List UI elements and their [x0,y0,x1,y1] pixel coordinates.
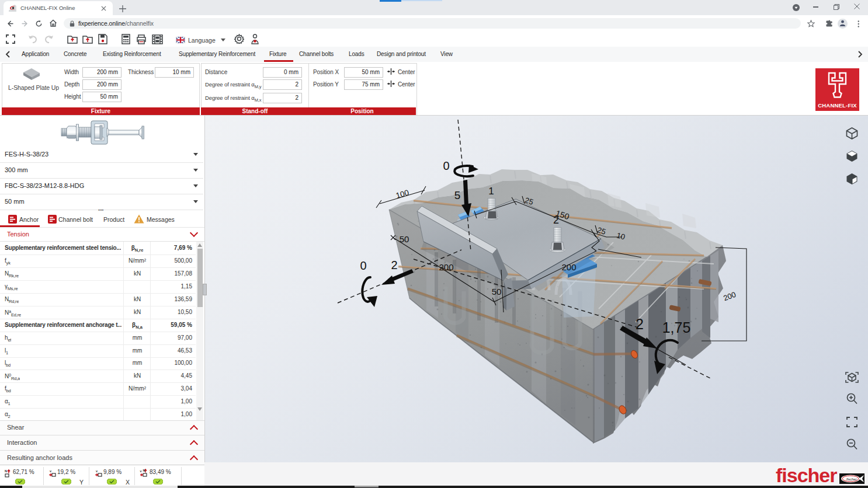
svg-text:1,75: 1,75 [662,319,691,336]
svg-text:200: 200 [561,262,576,272]
svg-text:50: 50 [400,234,409,244]
svg-text:5: 5 [454,189,461,201]
svg-text:2: 2 [636,316,644,332]
svg-text:fischer: fischer [846,477,857,481]
svg-text:200: 200 [439,262,453,272]
svg-text:0: 0 [360,259,366,272]
svg-text:N: N [5,469,7,473]
svg-text:50: 50 [492,287,502,297]
svg-text:N: N [143,469,145,472]
svg-text:100: 100 [395,188,410,200]
svg-text:2: 2 [391,259,397,271]
svg-text:1: 1 [488,186,494,197]
svg-text:v: v [96,469,98,473]
svg-text:0: 0 [443,159,449,172]
svg-text:v: v [50,469,52,473]
svg-text:200: 200 [722,290,737,303]
svg-text:v: v [140,469,143,473]
